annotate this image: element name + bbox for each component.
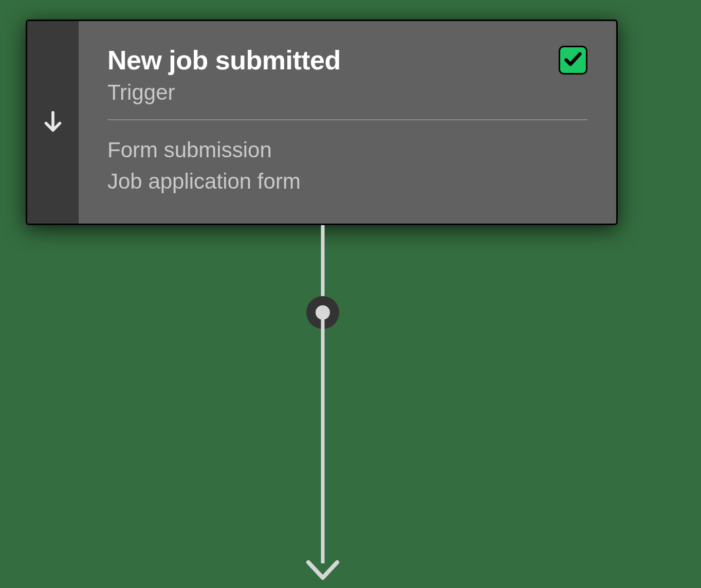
- card-title: New job submitted: [107, 46, 587, 75]
- check-icon: [563, 49, 583, 71]
- status-badge: [559, 46, 587, 75]
- connector-arrow[interactable]: [304, 557, 341, 583]
- card-subtitle: Trigger: [107, 80, 587, 105]
- circle-icon: [316, 305, 330, 320]
- connector-line: [321, 313, 325, 563]
- card-body: New job submitted Trigger Form submissio…: [79, 21, 616, 224]
- arrow-down-icon: [304, 557, 341, 583]
- connector: [307, 225, 338, 585]
- arrow-down-icon: [41, 109, 65, 135]
- card-detail-line-2: Job application form: [107, 166, 587, 197]
- card-detail-line-1: Form submission: [107, 135, 587, 166]
- divider: [107, 119, 587, 120]
- drag-handle[interactable]: [27, 21, 79, 224]
- trigger-card[interactable]: New job submitted Trigger Form submissio…: [26, 20, 618, 225]
- connector-node[interactable]: [306, 296, 339, 329]
